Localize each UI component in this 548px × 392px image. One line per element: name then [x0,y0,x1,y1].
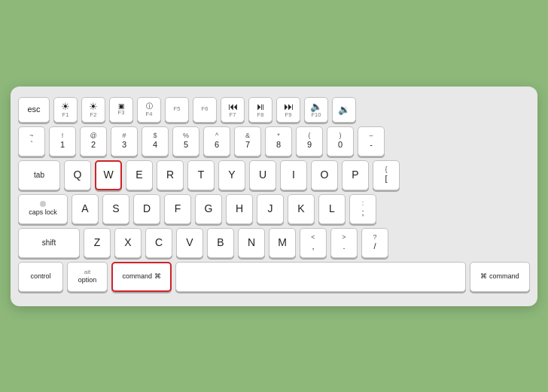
key-control[interactable]: control [18,262,63,292]
key-f9[interactable]: ⏭F9 [276,97,300,123]
key-option[interactable]: alt option [67,262,108,292]
key-o[interactable]: O [311,160,338,190]
key-3[interactable]: #3 [111,126,138,156]
key-z[interactable]: Z [84,228,111,258]
key-c[interactable]: C [145,228,172,258]
key-5[interactable]: %5 [172,126,199,156]
key-tab[interactable]: tab [18,160,60,190]
q-row: tab Q W E R T Y U I O P {[ [18,160,530,190]
key-8[interactable]: *8 [265,126,292,156]
key-j[interactable]: J [257,194,284,224]
key-1[interactable]: !1 [49,126,76,156]
key-spacebar[interactable] [175,262,466,292]
key-command-left[interactable]: command ⌘ [111,262,172,292]
key-comma[interactable]: <, [300,228,327,258]
key-esc-label: esc [27,105,40,114]
key-g[interactable]: G [195,194,222,224]
key-7[interactable]: &7 [234,126,261,156]
key-slash[interactable]: ?/ [361,228,388,258]
number-row: ~` !1 @2 #3 $4 %5 ^6 &7 *8 (9 )0 –- [18,126,530,156]
keyboard: esc ☀F1 ☀F2 ▣F3 ⓘF4 F5 F6 ⏮F7 ⏯F8 ⏭F9 🔈F… [11,87,537,306]
key-t[interactable]: T [187,160,215,190]
key-q[interactable]: Q [64,160,91,190]
a-row: caps lock A S D F G H J K L :; [18,194,530,224]
key-f1[interactable]: ☀F1 [53,97,78,123]
key-l[interactable]: L [318,194,346,224]
key-minus[interactable]: –- [358,126,385,156]
key-semicolon[interactable]: :; [349,194,376,224]
key-s[interactable]: S [102,194,129,224]
key-tilde[interactable]: ~` [18,126,45,156]
caps-lock-indicator [40,201,46,207]
key-2[interactable]: @2 [80,126,107,156]
key-x[interactable]: X [114,228,142,258]
key-f5[interactable]: F5 [165,97,189,123]
key-f2[interactable]: ☀F2 [81,97,105,123]
key-a[interactable]: A [72,194,99,224]
key-4[interactable]: $4 [142,126,169,156]
key-p[interactable]: P [342,160,369,190]
key-r[interactable]: R [157,160,184,190]
key-f11[interactable]: 🔉 [332,97,356,123]
key-f10[interactable]: 🔈F10 [304,97,328,123]
key-esc[interactable]: esc [18,97,50,123]
key-caps-lock[interactable]: caps lock [18,194,68,224]
key-u[interactable]: U [249,160,276,190]
key-0[interactable]: )0 [327,126,354,156]
key-9[interactable]: (9 [296,126,323,156]
key-command-right[interactable]: ⌘ command [470,262,530,292]
key-6[interactable]: ^6 [203,126,230,156]
key-e[interactable]: E [126,160,153,190]
key-f8[interactable]: ⏯F8 [248,97,272,123]
key-n[interactable]: N [238,228,265,258]
key-f4[interactable]: ⓘF4 [137,97,161,123]
key-b[interactable]: B [207,228,234,258]
key-v[interactable]: V [176,228,203,258]
key-f6[interactable]: F6 [193,97,217,123]
key-y[interactable]: Y [218,160,245,190]
key-m[interactable]: M [269,228,296,258]
key-h[interactable]: H [226,194,253,224]
key-shift-left[interactable]: shift [18,228,80,258]
key-f[interactable]: F [164,194,191,224]
bottom-row: control alt option command ⌘ ⌘ command [18,262,530,292]
key-w[interactable]: W [95,160,122,190]
key-k[interactable]: K [288,194,315,224]
key-i[interactable]: I [280,160,307,190]
z-row: shift Z X C V B N M <, >. ?/ [18,228,530,258]
key-f7[interactable]: ⏮F7 [221,97,245,123]
key-period[interactable]: >. [330,228,358,258]
key-bracket-left[interactable]: {[ [373,160,400,190]
key-d[interactable]: D [133,194,160,224]
frow: esc ☀F1 ☀F2 ▣F3 ⓘF4 F5 F6 ⏮F7 ⏯F8 ⏭F9 🔈F… [18,97,530,123]
key-f3[interactable]: ▣F3 [109,97,133,123]
